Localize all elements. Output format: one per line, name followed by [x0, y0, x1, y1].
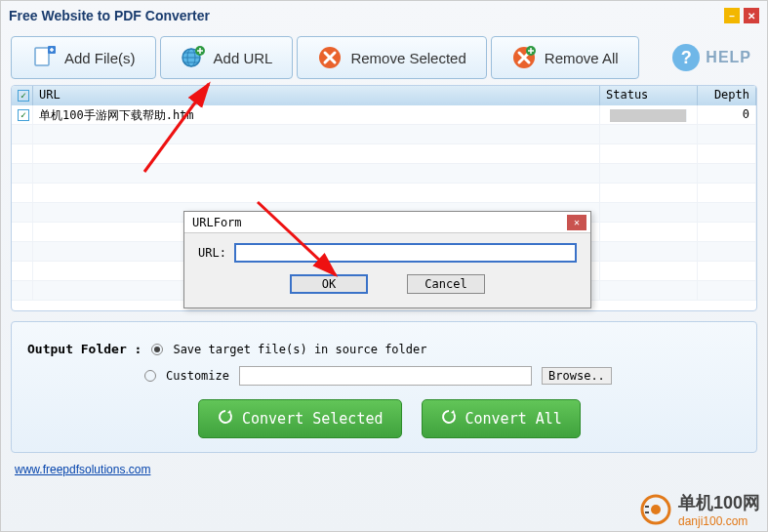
remove-selected-label: Remove Selected [350, 50, 465, 66]
footer-link[interactable]: www.freepdfsolutions.com [15, 463, 753, 476]
list-row [12, 144, 756, 164]
header-depth[interactable]: Depth [698, 86, 756, 105]
add-url-button[interactable]: Add URL [160, 36, 294, 79]
dialog-titlebar: URLForm ✕ [184, 212, 590, 233]
remove-all-button[interactable]: Remove All [491, 36, 639, 79]
list-header: ✓ URL Status Depth [12, 86, 756, 105]
help-button[interactable]: ? HELP [672, 36, 757, 79]
add-url-label: Add URL [214, 50, 273, 66]
convert-all-label: Convert All [465, 410, 562, 428]
convert-selected-button[interactable]: Convert Selected [198, 399, 402, 438]
remove-selected-button[interactable]: Remove Selected [297, 36, 486, 79]
window-controls: – ✕ [724, 8, 759, 23]
radio-save-source[interactable] [151, 344, 163, 355]
row-status [600, 105, 698, 124]
header-checkbox[interactable]: ✓ [12, 86, 33, 105]
help-icon: ? [672, 44, 700, 71]
toolbar: Add File(s) Add URL Remove Selected Remo… [11, 36, 757, 79]
watermark: 单机100网 danji100.com [639, 491, 760, 528]
remove-all-label: Remove All [545, 50, 619, 66]
convert-all-button[interactable]: Convert All [422, 399, 581, 438]
watermark-logo-icon [639, 493, 672, 526]
output-folder-label: Output Folder : [27, 342, 141, 356]
dialog-close-button[interactable]: ✕ [567, 215, 586, 230]
row-depth: 0 [698, 105, 756, 124]
add-files-label: Add File(s) [64, 50, 136, 66]
cancel-button[interactable]: Cancel [407, 274, 485, 294]
dialog-title: URLForm [192, 216, 242, 229]
watermark-line2: danji100.com [678, 514, 760, 528]
list-row [12, 125, 756, 144]
browse-button[interactable]: Browse.. [542, 367, 612, 385]
refresh-icon [217, 408, 234, 430]
row-url: 单机100手游网下载帮助.htm [33, 105, 600, 124]
window-title: Free Website to PDF Converter [9, 8, 210, 23]
radio-customize[interactable] [144, 370, 156, 382]
convert-selected-label: Convert Selected [242, 410, 384, 428]
help-label: HELP [706, 49, 751, 66]
output-panel: Output Folder : Save target file(s) in s… [11, 321, 757, 453]
header-status[interactable]: Status [600, 86, 698, 105]
url-field-label: URL: [198, 246, 226, 260]
checkbox-icon: ✓ [18, 90, 29, 102]
list-row [12, 164, 756, 184]
row-checkbox[interactable]: ✓ [18, 109, 29, 121]
remove-all-icon [511, 45, 537, 70]
output-path-input[interactable] [239, 366, 532, 386]
save-source-label: Save target file(s) in source folder [173, 343, 426, 356]
remove-selected-icon [317, 45, 343, 70]
list-row[interactable]: ✓ 单机100手游网下载帮助.htm 0 [12, 105, 756, 125]
customize-label: Customize [166, 369, 229, 383]
svg-rect-0 [35, 48, 49, 65]
titlebar: Free Website to PDF Converter – ✕ [1, 1, 767, 30]
refresh-icon [440, 408, 458, 430]
url-input[interactable] [234, 243, 577, 263]
list-row [12, 184, 756, 203]
ok-button[interactable]: OK [290, 274, 368, 294]
svg-point-11 [651, 505, 661, 514]
close-button[interactable]: ✕ [744, 8, 759, 23]
globe-plus-icon [181, 45, 206, 70]
file-plus-icon [31, 45, 57, 70]
url-dialog: URLForm ✕ URL: OK Cancel [183, 211, 591, 308]
header-url[interactable]: URL [33, 86, 600, 105]
watermark-line1: 单机100网 [678, 491, 760, 514]
add-files-button[interactable]: Add File(s) [11, 36, 156, 79]
minimize-button[interactable]: – [724, 8, 740, 23]
